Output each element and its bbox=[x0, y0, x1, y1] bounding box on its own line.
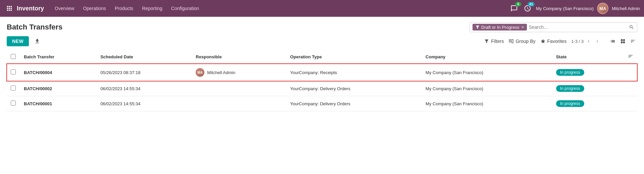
pagination-area: 1-3 / 3 bbox=[571, 38, 601, 44]
topnav-right-area: 6 41 My Company (San Francisco) MA Mitch… bbox=[509, 3, 640, 14]
row-checkbox[interactable] bbox=[11, 101, 16, 106]
username-label[interactable]: Mitchell Admin bbox=[612, 6, 640, 11]
col-header-company: Company bbox=[422, 50, 552, 64]
nav-operations[interactable]: Operations bbox=[79, 4, 110, 13]
cell-state: In progress bbox=[552, 96, 624, 111]
cell-state: In progress bbox=[552, 64, 624, 81]
cell-responsible: MAMitchell Admin bbox=[192, 64, 286, 81]
activities-badge: 41 bbox=[528, 2, 535, 6]
app-brand[interactable]: Inventory bbox=[17, 5, 44, 12]
cell-company: My Company (San Francisco) bbox=[422, 96, 552, 111]
state-badge: In progress bbox=[556, 85, 584, 92]
company-name[interactable]: My Company (San Francisco) bbox=[536, 6, 594, 11]
cell-batch-id[interactable]: BATCH/00001 bbox=[20, 96, 96, 111]
view-toggle bbox=[608, 37, 637, 45]
col-header-state: State bbox=[552, 50, 624, 64]
cell-state: In progress bbox=[552, 81, 624, 96]
col-header-batch-transfer: Batch Transfer bbox=[20, 50, 96, 64]
state-badge: In progress bbox=[556, 100, 584, 107]
settings-view-button[interactable] bbox=[629, 37, 637, 45]
cell-responsible bbox=[192, 96, 286, 111]
messages-badge: 6 bbox=[515, 2, 521, 6]
cell-empty bbox=[624, 64, 637, 81]
cell-company: My Company (San Francisco) bbox=[422, 64, 552, 81]
filter-icon bbox=[475, 25, 480, 30]
cell-batch-id[interactable]: BATCH/00002 bbox=[20, 81, 96, 96]
toolbar-row: NEW Filters Group By Favorites 1-3 / 3 bbox=[7, 36, 637, 46]
table-row[interactable]: BATCH/0000405/26/2023 08:37:18MAMitchell… bbox=[7, 64, 637, 81]
top-navigation: Inventory Overview Operations Products R… bbox=[0, 0, 644, 17]
search-button[interactable] bbox=[629, 24, 634, 30]
cell-operation-type: YourCompany: Receipts bbox=[286, 64, 422, 81]
group-by-button[interactable]: Group By bbox=[508, 39, 535, 44]
page-title: Batch Transfers bbox=[7, 23, 62, 32]
select-all-checkbox[interactable] bbox=[11, 54, 16, 59]
filter-tag-label: Draft or In Progress bbox=[481, 25, 519, 30]
table-row[interactable]: BATCH/0000106/02/2023 14:55:34YourCompan… bbox=[7, 96, 637, 111]
cell-batch-id[interactable]: BATCH/00004 bbox=[20, 64, 96, 81]
table-body: BATCH/0000405/26/2023 08:37:18MAMitchell… bbox=[7, 64, 637, 111]
col-header-operation-type: Operation Type bbox=[286, 50, 422, 64]
batch-transfers-table: Batch Transfer Scheduled Date Responsibl… bbox=[7, 50, 637, 111]
filters-label: Filters bbox=[491, 39, 504, 44]
nav-menu: Overview Operations Products Reporting C… bbox=[51, 4, 509, 13]
main-content: Batch Transfers Draft or In Progress × N… bbox=[0, 17, 644, 111]
table-header-row: Batch Transfer Scheduled Date Responsibl… bbox=[7, 50, 637, 64]
user-avatar[interactable]: MA bbox=[597, 3, 608, 14]
cell-responsible bbox=[192, 81, 286, 96]
new-button[interactable]: NEW bbox=[7, 36, 29, 46]
row-checkbox[interactable] bbox=[11, 85, 16, 91]
pagination-prev[interactable] bbox=[585, 38, 592, 44]
search-input[interactable] bbox=[529, 24, 627, 30]
cell-operation-type: YourCompany: Delivery Orders bbox=[286, 96, 422, 111]
pagination-next[interactable] bbox=[594, 38, 601, 44]
filters-button[interactable]: Filters bbox=[484, 39, 504, 44]
nav-products[interactable]: Products bbox=[111, 4, 137, 13]
favorites-label: Favorites bbox=[547, 39, 567, 44]
pagination-text: 1-3 / 3 bbox=[571, 39, 584, 44]
cell-operation-type: YourCompany: Delivery Orders bbox=[286, 81, 422, 96]
responsible-name: Mitchell Admin bbox=[207, 70, 235, 75]
col-header-responsible: Responsible bbox=[192, 50, 286, 64]
search-bar-row: Batch Transfers Draft or In Progress × bbox=[7, 22, 637, 32]
filter-tag-close-button[interactable]: × bbox=[521, 24, 524, 30]
row-checkbox[interactable] bbox=[11, 69, 16, 74]
toolbar-right: Filters Group By Favorites 1-3 / 3 bbox=[484, 37, 637, 45]
nav-reporting[interactable]: Reporting bbox=[138, 4, 166, 13]
cell-company: My Company (San Francisco) bbox=[422, 81, 552, 96]
state-badge: In progress bbox=[556, 69, 584, 76]
favorites-button[interactable]: Favorites bbox=[540, 39, 567, 44]
messages-button[interactable]: 6 bbox=[509, 3, 519, 13]
header-select-all[interactable] bbox=[7, 50, 20, 64]
filter-tag-draft-in-progress[interactable]: Draft or In Progress × bbox=[473, 24, 527, 31]
group-by-label: Group By bbox=[515, 39, 535, 44]
col-header-scheduled-date: Scheduled Date bbox=[96, 50, 192, 64]
list-view-button[interactable] bbox=[608, 37, 617, 45]
responsible-avatar: MA bbox=[196, 68, 204, 77]
download-button[interactable] bbox=[32, 36, 43, 46]
cell-empty bbox=[624, 96, 637, 111]
row-check-cell bbox=[7, 81, 20, 96]
cell-scheduled-date: 06/02/2023 14:55:34 bbox=[96, 81, 192, 96]
nav-configuration[interactable]: Configuration bbox=[167, 4, 203, 13]
cell-scheduled-date: 05/26/2023 08:37:18 bbox=[96, 64, 192, 81]
row-check-cell bbox=[7, 64, 20, 81]
row-check-cell bbox=[7, 96, 20, 111]
cell-scheduled-date: 06/02/2023 14:55:34 bbox=[96, 96, 192, 111]
cell-empty bbox=[624, 81, 637, 96]
kanban-view-button[interactable] bbox=[618, 37, 627, 45]
apps-menu-icon[interactable] bbox=[4, 3, 15, 14]
table-row[interactable]: BATCH/0000206/02/2023 14:55:34YourCompan… bbox=[7, 81, 637, 96]
nav-overview[interactable]: Overview bbox=[51, 4, 78, 13]
col-header-settings[interactable] bbox=[624, 50, 637, 64]
activities-button[interactable]: 41 bbox=[523, 3, 533, 13]
search-area: Draft or In Progress × bbox=[469, 22, 637, 32]
